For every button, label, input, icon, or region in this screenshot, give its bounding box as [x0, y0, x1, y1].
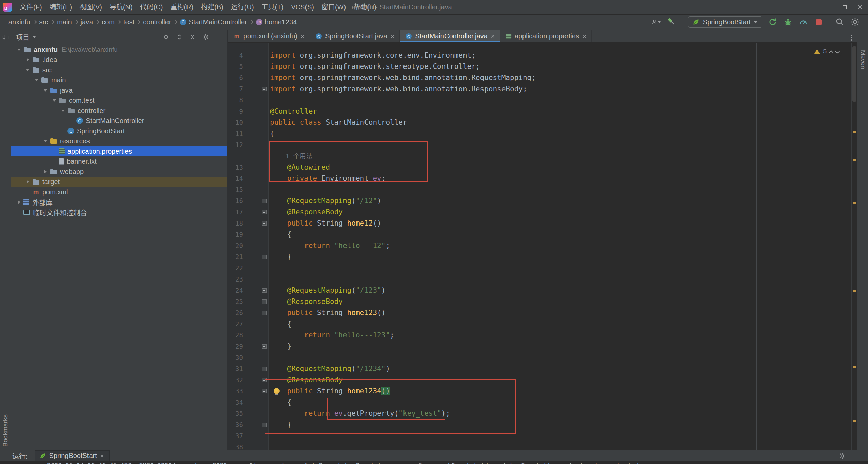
minimize-button[interactable] [821, 0, 837, 14]
menu-item[interactable]: 导航(N) [106, 0, 136, 14]
tree-item[interactable]: application.properties [11, 146, 227, 156]
run-bar-settings-button[interactable] [839, 452, 846, 459]
code-line[interactable]: 7import org.springframework.web.bind.ann… [228, 83, 857, 95]
run-configuration-select[interactable]: SpringBootStart [688, 16, 762, 28]
build-project-button[interactable] [667, 17, 676, 27]
inspections-widget[interactable]: 5 [812, 46, 842, 56]
code-line[interactable]: 4import org.springframework.core.env.Env… [228, 50, 857, 61]
run-bar-hide-button[interactable] [854, 452, 861, 459]
search-everywhere-button[interactable] [835, 17, 845, 27]
code-line[interactable]: 38 [228, 442, 857, 450]
close-tab-icon[interactable] [301, 34, 305, 38]
tree-item[interactable]: .idea [11, 55, 227, 65]
code-line[interactable]: 30 [228, 352, 857, 363]
tree-item[interactable]: resources [11, 136, 227, 146]
previous-warning-icon[interactable] [829, 50, 833, 54]
menu-item[interactable]: 重构(R) [166, 0, 197, 14]
fold-marker-icon[interactable] [262, 210, 267, 214]
close-tab-icon[interactable] [583, 34, 587, 38]
debug-button[interactable] [783, 17, 793, 27]
code-line[interactable]: 8 [228, 95, 857, 106]
warning-stripe-mark[interactable] [853, 131, 856, 133]
code-line[interactable]: 19 { [228, 229, 857, 240]
tree-item[interactable]: main [11, 75, 227, 85]
fold-marker-icon[interactable] [262, 288, 267, 293]
code-line[interactable]: 27 { [228, 318, 857, 330]
fold-marker-icon[interactable] [262, 87, 267, 91]
editor-tab[interactable]: CStartMainController.java [400, 30, 500, 42]
next-warning-icon[interactable] [835, 49, 840, 54]
code-line[interactable]: 18 public String home12() [228, 218, 857, 229]
settings-button[interactable] [850, 17, 860, 27]
code-line[interactable]: 28 return "hello---123"; [228, 330, 857, 341]
maximize-button[interactable] [837, 0, 852, 14]
menu-item[interactable]: 运行(U) [227, 0, 258, 14]
menu-item[interactable]: 编辑(E) [46, 0, 76, 14]
breadcrumb-item[interactable]: CStartMainController [178, 18, 249, 27]
fold-marker-icon[interactable] [262, 344, 267, 349]
tool-window-switcher-icon[interactable] [2, 34, 9, 41]
menu-item[interactable]: 窗口(W) [318, 0, 350, 14]
fold-marker-icon[interactable] [262, 367, 267, 371]
editor-tab[interactable]: application.properties [500, 30, 592, 42]
tree-item[interactable]: target [11, 177, 227, 187]
warning-stripe-mark[interactable] [853, 366, 856, 368]
close-tab-icon[interactable] [101, 454, 104, 458]
menu-item[interactable]: 文件(F) [16, 0, 46, 14]
tree-item[interactable]: src [11, 65, 227, 75]
menu-item[interactable]: 工具(T) [258, 0, 288, 14]
tree-item[interactable]: banner.txt [11, 156, 227, 167]
bookmarks-stripe-button[interactable]: Bookmarks [2, 414, 9, 447]
breadcrumb-item[interactable]: src [38, 18, 50, 27]
menu-item[interactable]: VCS(S) [287, 0, 318, 14]
breadcrumb-item[interactable]: controller [141, 18, 173, 27]
stop-button[interactable] [814, 17, 823, 27]
fold-marker-icon[interactable] [262, 299, 267, 304]
breadcrumb-item[interactable]: mhome1234 [254, 18, 299, 27]
hide-panel-button[interactable] [216, 34, 222, 40]
fold-marker-icon[interactable] [262, 221, 267, 226]
run-tab[interactable]: SpringBootStart [35, 450, 110, 461]
menu-item[interactable]: 代码(C) [136, 0, 167, 14]
code-line[interactable]: 23 [228, 274, 857, 285]
code-line[interactable]: 9@Controller [228, 106, 857, 117]
warning-stripe-mark[interactable] [853, 290, 856, 292]
editor-tab[interactable]: mpom.xml (anxinfu) [228, 30, 310, 42]
code-line[interactable]: 15 [228, 184, 857, 195]
code-line[interactable]: 16 @RequestMapping("/12") [228, 195, 857, 207]
code-line[interactable]: 10public class StartMainController [228, 117, 857, 128]
code-line[interactable]: 5import org.springframework.stereotype.C… [228, 61, 857, 72]
tree-item[interactable]: anxinfuE:\java\web\anxinfu [11, 44, 227, 55]
breadcrumb-item[interactable]: main [55, 18, 73, 27]
project-view-selector[interactable]: 项目 [16, 32, 36, 42]
code-line[interactable]: 24 @RequestMapping("/123") [228, 285, 857, 296]
code-line[interactable]: 31 @RequestMapping("/1234") [228, 363, 857, 374]
fold-marker-icon[interactable] [262, 311, 267, 315]
tree-item[interactable]: 外部库 [11, 197, 227, 207]
tab-options-button[interactable] [846, 32, 857, 40]
menu-item[interactable]: 构建(B) [197, 0, 227, 14]
rerun-button[interactable] [768, 17, 777, 27]
code-line[interactable]: 20 return "hello---12"; [228, 240, 857, 251]
editor-body[interactable]: 4import org.springframework.core.env.Env… [228, 43, 857, 450]
fold-marker-icon[interactable] [262, 255, 267, 259]
editor-tab[interactable]: CSpringBootStart.java [310, 30, 400, 42]
tree-item[interactable]: controller [11, 105, 227, 116]
tree-item[interactable]: CSpringBootStart [11, 126, 227, 136]
profiler-button[interactable] [798, 17, 808, 27]
fold-marker-icon[interactable] [262, 199, 267, 203]
breadcrumb-item[interactable]: com [100, 18, 116, 27]
code-line[interactable]: 25 @ResponseBody [228, 296, 857, 307]
tree-item[interactable]: mpom.xml [11, 187, 227, 197]
code-line[interactable]: 6import org.springframework.web.bind.ann… [228, 72, 857, 83]
scrollbar-thumb[interactable] [852, 46, 856, 102]
tree-item[interactable]: com.test [11, 95, 227, 105]
warning-stripe-mark[interactable] [853, 159, 856, 161]
locate-file-button[interactable] [163, 34, 170, 40]
code-line[interactable]: 17 @ResponseBody [228, 207, 857, 218]
code-line[interactable]: 11{ [228, 128, 857, 139]
tree-item[interactable]: java [11, 85, 227, 95]
code-line[interactable]: 26 public String home123() [228, 307, 857, 318]
error-stripe[interactable] [851, 43, 857, 450]
tree-item[interactable]: CStartMainController [11, 116, 227, 126]
